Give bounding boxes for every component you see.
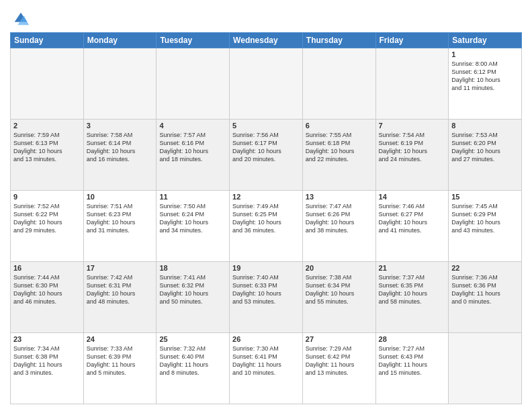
calendar-cell: 12Sunrise: 7:49 AM Sunset: 6:25 PM Dayli… [230,191,303,262]
day-info: Sunrise: 7:36 AM Sunset: 6:36 PM Dayligh… [451,273,519,306]
col-header-saturday: Saturday [449,33,522,48]
day-info: Sunrise: 7:49 AM Sunset: 6:25 PM Dayligh… [232,202,300,235]
logo [10,9,30,28]
page: SundayMondayTuesdayWednesdayThursdayFrid… [0,0,532,411]
day-number: 2 [13,122,81,130]
calendar-cell: 13Sunrise: 7:47 AM Sunset: 6:26 PM Dayli… [302,191,375,262]
day-info: Sunrise: 7:33 AM Sunset: 6:39 PM Dayligh… [87,345,154,377]
calendar-cell: 23Sunrise: 7:34 AM Sunset: 6:38 PM Dayli… [11,333,84,404]
day-info: Sunrise: 7:38 AM Sunset: 6:34 PM Dayligh… [306,273,373,306]
day-info: Sunrise: 7:40 AM Sunset: 6:33 PM Dayligh… [232,273,300,306]
day-info: Sunrise: 7:41 AM Sunset: 6:32 PM Dayligh… [159,273,226,306]
col-header-sunday: Sunday [11,33,84,48]
day-number: 19 [232,264,300,272]
col-header-monday: Monday [83,33,157,48]
calendar-cell: 17Sunrise: 7:42 AM Sunset: 6:31 PM Dayli… [83,262,157,333]
calendar-cell: 6Sunrise: 7:55 AM Sunset: 6:18 PM Daylig… [302,120,375,191]
col-header-tuesday: Tuesday [157,33,230,48]
calendar-cell: 5Sunrise: 7:56 AM Sunset: 6:17 PM Daylig… [230,120,303,191]
day-info: Sunrise: 7:29 AM Sunset: 6:42 PM Dayligh… [306,345,373,377]
day-info: Sunrise: 7:53 AM Sunset: 6:20 PM Dayligh… [451,131,519,164]
day-number: 4 [159,122,226,130]
calendar-cell [449,333,522,404]
calendar-cell: 28Sunrise: 7:27 AM Sunset: 6:43 PM Dayli… [375,333,449,404]
calendar-cell: 4Sunrise: 7:57 AM Sunset: 6:16 PM Daylig… [157,120,230,191]
calendar-cell: 22Sunrise: 7:36 AM Sunset: 6:36 PM Dayli… [449,262,522,333]
day-number: 26 [232,335,300,343]
calendar-cell: 26Sunrise: 7:30 AM Sunset: 6:41 PM Dayli… [230,333,303,404]
day-number: 22 [451,264,519,272]
calendar-cell: 2Sunrise: 7:59 AM Sunset: 6:13 PM Daylig… [11,120,84,191]
day-info: Sunrise: 7:46 AM Sunset: 6:27 PM Dayligh… [379,202,446,235]
calendar-cell: 21Sunrise: 7:37 AM Sunset: 6:35 PM Dayli… [375,262,449,333]
day-info: Sunrise: 7:52 AM Sunset: 6:22 PM Dayligh… [13,202,81,235]
calendar-cell [83,48,157,120]
calendar-cell: 8Sunrise: 7:53 AM Sunset: 6:20 PM Daylig… [449,120,522,191]
day-number: 5 [232,122,300,130]
day-number: 14 [379,193,446,201]
col-header-thursday: Thursday [302,33,375,48]
calendar-cell: 24Sunrise: 7:33 AM Sunset: 6:39 PM Dayli… [83,333,157,404]
calendar-cell: 11Sunrise: 7:50 AM Sunset: 6:24 PM Dayli… [157,191,230,262]
day-number: 24 [87,335,154,343]
day-number: 23 [13,335,81,343]
calendar-table: SundayMondayTuesdayWednesdayThursdayFrid… [10,32,522,404]
day-number: 16 [13,264,81,272]
day-number: 3 [87,122,154,130]
col-header-friday: Friday [375,33,449,48]
calendar-week-1: 2Sunrise: 7:59 AM Sunset: 6:13 PM Daylig… [11,120,522,191]
calendar-cell: 10Sunrise: 7:51 AM Sunset: 6:23 PM Dayli… [83,191,157,262]
day-info: Sunrise: 8:00 AM Sunset: 6:12 PM Dayligh… [451,60,519,93]
calendar-cell: 3Sunrise: 7:58 AM Sunset: 6:14 PM Daylig… [83,120,157,191]
calendar-cell [375,48,449,120]
header [10,7,522,28]
day-info: Sunrise: 7:56 AM Sunset: 6:17 PM Dayligh… [232,131,300,164]
day-number: 18 [159,264,226,272]
day-number: 11 [159,193,226,201]
day-info: Sunrise: 7:42 AM Sunset: 6:31 PM Dayligh… [87,273,154,306]
day-number: 10 [87,193,154,201]
calendar-week-0: 1Sunrise: 8:00 AM Sunset: 6:12 PM Daylig… [11,48,522,120]
calendar-cell: 9Sunrise: 7:52 AM Sunset: 6:22 PM Daylig… [11,191,84,262]
day-info: Sunrise: 7:37 AM Sunset: 6:35 PM Dayligh… [379,273,446,306]
day-number: 6 [306,122,373,130]
day-info: Sunrise: 7:58 AM Sunset: 6:14 PM Dayligh… [87,131,154,164]
calendar-week-3: 16Sunrise: 7:44 AM Sunset: 6:30 PM Dayli… [11,262,522,333]
calendar-cell [11,48,84,120]
day-number: 25 [159,335,226,343]
day-info: Sunrise: 7:44 AM Sunset: 6:30 PM Dayligh… [13,273,81,306]
day-info: Sunrise: 7:55 AM Sunset: 6:18 PM Dayligh… [306,131,373,164]
day-number: 9 [13,193,81,201]
day-info: Sunrise: 7:45 AM Sunset: 6:29 PM Dayligh… [451,202,519,235]
col-header-wednesday: Wednesday [230,33,303,48]
calendar-header-row: SundayMondayTuesdayWednesdayThursdayFrid… [11,33,522,48]
day-info: Sunrise: 7:27 AM Sunset: 6:43 PM Dayligh… [379,345,446,377]
day-info: Sunrise: 7:59 AM Sunset: 6:13 PM Dayligh… [13,131,81,164]
calendar-cell: 14Sunrise: 7:46 AM Sunset: 6:27 PM Dayli… [375,191,449,262]
day-number: 20 [306,264,373,272]
day-number: 28 [379,335,446,343]
day-info: Sunrise: 7:32 AM Sunset: 6:40 PM Dayligh… [159,345,226,377]
day-number: 27 [306,335,373,343]
day-info: Sunrise: 7:34 AM Sunset: 6:38 PM Dayligh… [13,345,81,377]
calendar-cell [302,48,375,120]
calendar-week-4: 23Sunrise: 7:34 AM Sunset: 6:38 PM Dayli… [11,333,522,404]
calendar-cell: 25Sunrise: 7:32 AM Sunset: 6:40 PM Dayli… [157,333,230,404]
day-number: 1 [451,50,519,58]
calendar-cell: 16Sunrise: 7:44 AM Sunset: 6:30 PM Dayli… [11,262,84,333]
calendar-cell [230,48,303,120]
day-number: 15 [451,193,519,201]
calendar-cell: 19Sunrise: 7:40 AM Sunset: 6:33 PM Dayli… [230,262,303,333]
calendar-cell: 7Sunrise: 7:54 AM Sunset: 6:19 PM Daylig… [375,120,449,191]
day-number: 12 [232,193,300,201]
calendar-cell: 20Sunrise: 7:38 AM Sunset: 6:34 PM Dayli… [302,262,375,333]
logo-icon [11,9,30,28]
day-number: 7 [379,122,446,130]
day-number: 21 [379,264,446,272]
day-info: Sunrise: 7:50 AM Sunset: 6:24 PM Dayligh… [159,202,226,235]
day-number: 17 [87,264,154,272]
calendar-cell [157,48,230,120]
calendar-week-2: 9Sunrise: 7:52 AM Sunset: 6:22 PM Daylig… [11,191,522,262]
calendar-cell: 15Sunrise: 7:45 AM Sunset: 6:29 PM Dayli… [449,191,522,262]
day-info: Sunrise: 7:47 AM Sunset: 6:26 PM Dayligh… [306,202,373,235]
